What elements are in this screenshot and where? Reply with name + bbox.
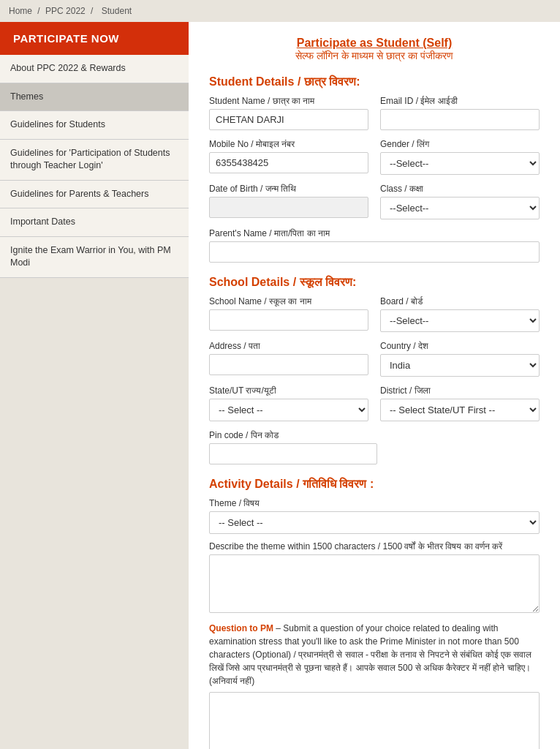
- parent-name-group: Parent's Name / माता/पिता का नाम: [209, 228, 540, 263]
- describe-textarea[interactable]: [209, 554, 540, 613]
- country-group: Country / देश India Other: [380, 341, 540, 377]
- gender-select[interactable]: --Select-- Male Female Other: [380, 152, 540, 175]
- breadcrumb-ppc[interactable]: PPC 2022: [45, 6, 86, 16]
- theme-group: Theme / विषय -- Select --: [209, 498, 540, 534]
- mobile-group: Mobile No / मोबाइल नंबर: [209, 139, 368, 175]
- district-select[interactable]: -- Select State/UT First --: [380, 399, 540, 421]
- activity-section-title: Activity Details / गतिविधि विवरण :: [209, 478, 540, 491]
- breadcrumb-home[interactable]: Home: [9, 6, 32, 16]
- student-name-input[interactable]: [209, 109, 368, 130]
- question-pm-textarea[interactable]: [209, 692, 540, 749]
- pincode-label: Pin code / पिन कोड: [209, 430, 377, 440]
- sidebar-link-guidelines-parents[interactable]: Guidelines for Parents & Teachers: [0, 181, 189, 208]
- student-name-group: Student Name / छात्र का नाम: [209, 96, 368, 130]
- class-select[interactable]: --Select-- 6 7 8 9 10 11 12: [380, 197, 540, 219]
- state-select[interactable]: -- Select --: [209, 399, 368, 421]
- sidebar-link-themes[interactable]: Themes: [0, 83, 189, 111]
- sidebar: PARTICIPATE NOW About PPC 2022 & Rewards…: [0, 22, 189, 749]
- student-section-title: Student Details / छात्र विवरण:: [209, 75, 540, 89]
- school-section-title: School Details / स्कूल विवरण:: [209, 276, 540, 289]
- school-name-board-row: School Name / स्कूल का नाम Board / बोर्ड…: [209, 296, 540, 332]
- state-group: State/UT राज्य/यूटी -- Select --: [209, 385, 368, 421]
- participate-now-button[interactable]: PARTICIPATE NOW: [0, 22, 189, 55]
- sidebar-item-guidelines-students[interactable]: Guidelines for Students: [0, 111, 189, 140]
- email-label: Email ID / ईमेल आईडी: [380, 96, 540, 106]
- board-label: Board / बोर्ड: [380, 296, 540, 306]
- address-country-row: Address / पता Country / देश India Other: [209, 341, 540, 377]
- describe-group: Describe the theme within 1500 character…: [209, 541, 540, 613]
- country-label: Country / देश: [380, 341, 540, 351]
- country-select[interactable]: India Other: [380, 354, 540, 377]
- breadcrumb: Home / PPC 2022 / Student: [0, 0, 560, 22]
- dob-class-row: Date of Birth / जन्म तिथि Class / कक्षा …: [209, 184, 540, 219]
- district-group: District / जिला -- Select State/UT First…: [380, 385, 540, 421]
- address-input[interactable]: [209, 354, 368, 375]
- question-pm-label: Question to PM: [209, 623, 273, 633]
- address-group: Address / पता: [209, 341, 368, 377]
- student-name-email-row: Student Name / छात्र का नाम Email ID / ई…: [209, 96, 540, 130]
- main-content: Participate as Student (Self) सेल्फ लॉगि…: [189, 22, 560, 749]
- sidebar-link-ignite[interactable]: Ignite the Exam Warrior in You, with PM …: [0, 237, 189, 277]
- sidebar-menu: About PPC 2022 & Rewards Themes Guidelin…: [0, 55, 189, 278]
- sidebar-item-guidelines-teacher[interactable]: Guidelines for 'Participation of Student…: [0, 140, 189, 181]
- gender-label: Gender / लिंग: [380, 139, 540, 149]
- email-group: Email ID / ईमेल आईडी: [380, 96, 540, 130]
- mobile-input[interactable]: [209, 152, 368, 173]
- theme-label: Theme / विषय: [209, 498, 540, 508]
- pincode-row: Pin code / पिन कोड: [209, 430, 540, 464]
- describe-label: Describe the theme within 1500 character…: [209, 541, 540, 552]
- sidebar-item-ignite[interactable]: Ignite the Exam Warrior in You, with PM …: [0, 237, 189, 278]
- school-name-group: School Name / स्कूल का नाम: [209, 296, 368, 332]
- parent-name-input[interactable]: [209, 241, 540, 263]
- sidebar-link-about[interactable]: About PPC 2022 & Rewards: [0, 55, 189, 83]
- page-title-en: Participate as Student (Self): [209, 37, 540, 50]
- email-input[interactable]: [380, 109, 540, 130]
- question-pm-text: Question to PM – Submit a question of yo…: [209, 622, 540, 688]
- pincode-input[interactable]: [209, 443, 377, 464]
- gender-group: Gender / लिंग --Select-- Male Female Oth…: [380, 139, 540, 175]
- student-name-label: Student Name / छात्र का नाम: [209, 96, 368, 106]
- dob-input[interactable]: [209, 197, 368, 218]
- parent-name-row: Parent's Name / माता/पिता का नाम: [209, 228, 540, 263]
- sidebar-item-about[interactable]: About PPC 2022 & Rewards: [0, 55, 189, 83]
- board-group: Board / बोर्ड --Select-- CBSE ICSE State…: [380, 296, 540, 332]
- district-label: District / जिला: [380, 385, 540, 396]
- sidebar-link-guidelines-teacher[interactable]: Guidelines for 'Participation of Student…: [0, 140, 189, 180]
- sidebar-item-guidelines-parents[interactable]: Guidelines for Parents & Teachers: [0, 181, 189, 209]
- page-title-hi: सेल्फ लॉगिन के माध्यम से छात्र का पंजीकर…: [209, 50, 540, 62]
- state-district-row: State/UT राज्य/यूटी -- Select -- Distric…: [209, 385, 540, 421]
- dob-group: Date of Birth / जन्म तिथि: [209, 184, 368, 219]
- state-label: State/UT राज्य/यूटी: [209, 385, 368, 396]
- sidebar-link-important-dates[interactable]: Important Dates: [0, 208, 189, 236]
- school-name-input[interactable]: [209, 309, 368, 331]
- pincode-group: Pin code / पिन कोड: [209, 430, 377, 464]
- question-pm-group: [209, 692, 540, 749]
- sidebar-item-themes[interactable]: Themes: [0, 83, 189, 112]
- sidebar-link-guidelines-students[interactable]: Guidelines for Students: [0, 111, 189, 139]
- class-group: Class / कक्षा --Select-- 6 7 8 9 10 11 1…: [380, 184, 540, 219]
- dob-label: Date of Birth / जन्म तिथि: [209, 184, 368, 194]
- breadcrumb-current: Student: [102, 6, 132, 16]
- mobile-gender-row: Mobile No / मोबाइल नंबर Gender / लिंग --…: [209, 139, 540, 175]
- school-name-label: School Name / स्कूल का नाम: [209, 296, 368, 306]
- address-label: Address / पता: [209, 341, 368, 351]
- mobile-label: Mobile No / मोबाइल नंबर: [209, 139, 368, 149]
- parent-name-label: Parent's Name / माता/पिता का नाम: [209, 228, 540, 238]
- theme-select[interactable]: -- Select --: [209, 511, 540, 534]
- sidebar-item-important-dates[interactable]: Important Dates: [0, 208, 189, 237]
- page-title: Participate as Student (Self) सेल्फ लॉगि…: [209, 37, 540, 62]
- class-label: Class / कक्षा: [380, 184, 540, 194]
- board-select[interactable]: --Select-- CBSE ICSE State Board Other: [380, 309, 540, 332]
